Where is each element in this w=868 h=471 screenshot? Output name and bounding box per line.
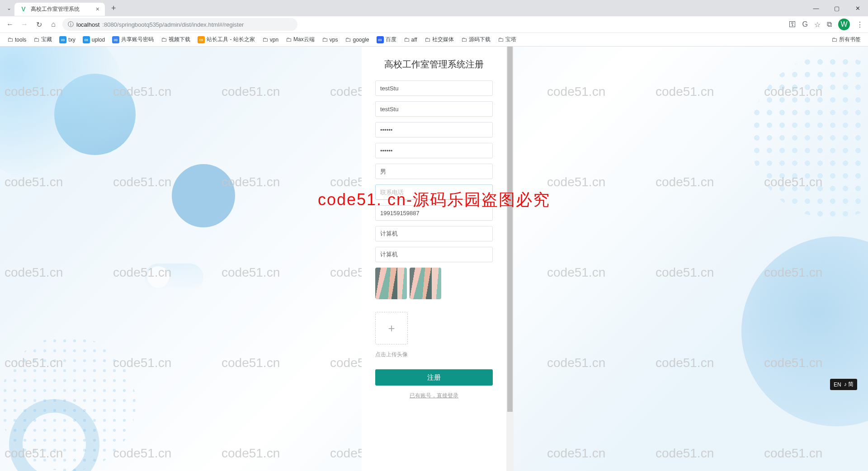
tab-title: 高校工作室管理系统 xyxy=(31,5,80,13)
bookmark-label: Max云端 xyxy=(293,36,315,43)
favicon-icon: ∞ xyxy=(198,36,205,43)
username-input[interactable] xyxy=(380,81,488,95)
bookmark-item[interactable]: 🗀Max云端 xyxy=(283,35,317,44)
username-field[interactable] xyxy=(375,80,493,96)
bookmark-item[interactable]: ∞txy xyxy=(57,35,78,44)
url-path: :8080/springbootq535p/admin/dist/index.h… xyxy=(102,21,244,28)
favicon-icon: ∞ xyxy=(83,36,90,43)
bookmark-item[interactable]: ∞uplod xyxy=(80,35,108,44)
nickname-input[interactable] xyxy=(380,102,488,116)
bookmark-item[interactable]: 🗀宝塔 xyxy=(495,35,519,44)
bookmark-label: uplod xyxy=(92,37,105,43)
scrollbar-track[interactable] xyxy=(506,47,514,471)
new-tab-button[interactable]: + xyxy=(108,4,119,13)
gender-field[interactable]: 男 xyxy=(375,164,493,179)
department-field[interactable] xyxy=(375,226,493,241)
minimize-button[interactable]: — xyxy=(806,0,826,16)
bookmark-label: 宝藏 xyxy=(41,36,52,43)
folder-icon: 🗀 xyxy=(262,36,268,43)
kebab-menu-icon[interactable]: ⋮ xyxy=(856,20,863,29)
login-link[interactable]: 已有账号，直接登录 xyxy=(375,392,493,400)
profile-avatar[interactable]: W xyxy=(838,19,850,30)
bg-decoration xyxy=(750,56,868,218)
addr-right-icons: ⚿ G ☆ ⧉ W ⋮ xyxy=(789,19,863,30)
watermark-text: code51.cn xyxy=(651,175,714,189)
idno-input[interactable] xyxy=(380,206,488,220)
avatar-upload-box[interactable]: + xyxy=(375,312,408,344)
department-input[interactable] xyxy=(380,226,488,241)
forward-button[interactable]: → xyxy=(19,20,30,28)
url-host: localhost xyxy=(76,21,99,28)
folder-icon: 🗀 xyxy=(33,36,39,43)
extensions-icon[interactable]: ⧉ xyxy=(827,20,832,28)
bookmark-item[interactable]: 🗀vps xyxy=(319,35,341,44)
google-search-icon[interactable]: G xyxy=(802,20,808,28)
gender-select[interactable]: 男 xyxy=(380,164,488,179)
preview-image[interactable] xyxy=(375,268,407,299)
bookmark-item[interactable]: ∞共享账号密码 xyxy=(109,35,156,44)
bookmark-label: 宝塔 xyxy=(505,36,516,43)
major-input[interactable] xyxy=(380,247,488,262)
bookmarks-bar: 🗀tools🗀宝藏∞txy∞uplod∞共享账号密码🗀视频下载∞站长工具 - 站… xyxy=(0,33,868,46)
tab-bar: ⌄ V 高校工作室管理系统 × + — ▢ ✕ xyxy=(0,0,868,16)
bookmark-label: aff xyxy=(411,37,417,43)
ime-mode: ♪ 简 xyxy=(844,381,854,388)
url-input[interactable]: ⓘ localhost:8080/springbootq535p/admin/d… xyxy=(62,18,297,31)
phone-input[interactable] xyxy=(380,185,488,199)
bookmark-label: 站长工具 - 站长之家 xyxy=(207,36,255,43)
watermark-text: code51.cn xyxy=(760,446,822,461)
tab-favicon: V xyxy=(20,5,27,13)
bookmark-item[interactable]: 🗀源码下载 xyxy=(458,35,493,44)
watermark-text: code51.cn xyxy=(108,175,171,189)
ime-indicator[interactable]: EN ♪ 简 xyxy=(830,379,857,390)
scrollbar-thumb[interactable] xyxy=(507,47,513,412)
address-bar: ← → ↻ ⌂ ⓘ localhost:8080/springbootq535p… xyxy=(0,16,868,33)
bookmark-item[interactable]: 🗀宝藏 xyxy=(31,35,55,44)
bookmark-label: txy xyxy=(68,37,75,43)
folder-icon: 🗀 xyxy=(161,36,167,43)
browser-tab[interactable]: V 高校工作室管理系统 × xyxy=(14,3,105,16)
register-button[interactable]: 注册 xyxy=(375,369,493,386)
reload-button[interactable]: ↻ xyxy=(33,20,44,29)
nickname-field[interactable] xyxy=(375,101,493,117)
idno-field[interactable] xyxy=(375,205,493,221)
image-preview-row xyxy=(375,268,493,299)
bookmark-item[interactable]: ∞百度 xyxy=(374,35,399,44)
bookmark-item[interactable]: 🗀aff xyxy=(401,35,420,44)
confirm-password-input[interactable] xyxy=(380,143,488,158)
bookmark-label: 源码下载 xyxy=(469,36,491,43)
bookmark-item[interactable]: 🗀vpn xyxy=(259,35,281,44)
bookmark-item[interactable]: 🗀视频下载 xyxy=(158,35,193,44)
maximize-button[interactable]: ▢ xyxy=(826,0,847,16)
bookmark-item[interactable]: 🗀google xyxy=(342,35,372,44)
form-title: 高校工作室管理系统注册 xyxy=(375,58,493,71)
back-button[interactable]: ← xyxy=(5,20,15,28)
watermark-text: code51.cn xyxy=(217,356,280,370)
confirm-password-field[interactable] xyxy=(375,143,493,158)
folder-icon: 🗀 xyxy=(831,36,837,43)
watermark-text: code51.cn xyxy=(542,85,605,99)
home-button[interactable]: ⌂ xyxy=(48,20,59,28)
folder-icon: 🗀 xyxy=(7,36,13,43)
bookmark-item[interactable]: 🗀tools xyxy=(5,35,29,44)
all-bookmarks-button[interactable]: 🗀 所有书签 xyxy=(829,35,863,44)
bg-decoration xyxy=(172,164,235,227)
site-info-icon[interactable]: ⓘ xyxy=(68,20,74,28)
password-field[interactable] xyxy=(375,122,493,137)
folder-icon: 🗀 xyxy=(461,36,467,43)
phone-field[interactable] xyxy=(375,184,493,200)
major-field[interactable] xyxy=(375,247,493,262)
tab-close-icon[interactable]: × xyxy=(96,5,99,13)
password-key-icon[interactable]: ⚿ xyxy=(789,20,796,28)
bookmark-label: 共享账号密码 xyxy=(121,36,154,43)
preview-image[interactable] xyxy=(410,268,441,299)
bookmark-star-icon[interactable]: ☆ xyxy=(814,20,821,29)
page-viewport: code51.cncode51.cncode51.cncode51.cncode… xyxy=(0,47,868,471)
watermark-text: code51.cn xyxy=(651,265,714,280)
folder-icon: 🗀 xyxy=(286,36,292,43)
bookmark-item[interactable]: 🗀社交媒体 xyxy=(422,35,457,44)
close-window-button[interactable]: ✕ xyxy=(847,0,868,16)
tab-list-dropdown[interactable]: ⌄ xyxy=(4,5,14,11)
password-input[interactable] xyxy=(380,122,488,137)
bookmark-item[interactable]: ∞站长工具 - 站长之家 xyxy=(195,35,258,44)
